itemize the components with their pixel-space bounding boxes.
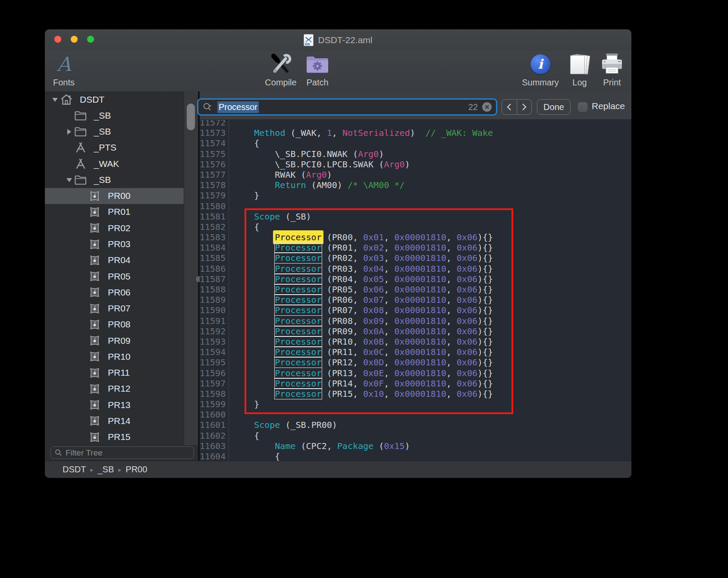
line-number: 11582 <box>200 222 228 232</box>
folder-icon-slot <box>74 110 87 121</box>
disclosure-slot[interactable] <box>64 178 74 182</box>
code-line[interactable]: 11573 Method (_WAK, 1, NotSerialized) //… <box>200 128 631 138</box>
sidebar-item-pr02-8[interactable]: PR02 <box>45 220 198 236</box>
code-line[interactable]: 11572 <box>200 120 631 128</box>
processor-icon <box>89 383 100 395</box>
sidebar-item-pr03-9[interactable]: PR03 <box>45 236 198 252</box>
sidebar-item-sb-5[interactable]: _SB <box>45 172 198 188</box>
filter-search-icon <box>55 449 62 456</box>
match-count: 22 <box>468 102 478 112</box>
disclosure-slot[interactable] <box>50 97 60 102</box>
code-line[interactable]: 11602 { <box>200 430 631 441</box>
tree-item-label: PR07 <box>108 303 131 314</box>
replace-checkbox[interactable] <box>578 102 587 112</box>
disclosure-closed-icon[interactable] <box>67 129 71 135</box>
search-field[interactable]: Processor 22 ✕ <box>197 98 497 116</box>
zoom-button[interactable] <box>87 36 94 43</box>
sidebar-item-pr13-19[interactable]: PR13 <box>45 397 198 413</box>
code-line[interactable]: 11601 Scope (_SB.PR00) <box>200 420 631 430</box>
tree-item-label: _SB <box>94 110 111 121</box>
line-number: 11572 <box>200 120 228 128</box>
breadcrumb-item-sb[interactable]: _SB <box>97 465 114 474</box>
disclosure-open-icon[interactable] <box>66 178 72 182</box>
tree-item-label: PR04 <box>108 255 131 265</box>
sidebar-scrollbar-thumb[interactable] <box>187 104 195 130</box>
code-line[interactable]: 11579 } <box>200 190 631 201</box>
filter-tree-input[interactable]: Filter Tree <box>50 446 194 459</box>
line-number: 11574 <box>200 138 228 148</box>
sidebar-item-pr04-10[interactable]: PR04 <box>45 252 198 268</box>
log-button[interactable]: Log <box>569 52 590 88</box>
sidebar-item-dsdt-0[interactable]: DSDT <box>45 91 189 107</box>
filter-placeholder: Filter Tree <box>66 448 103 458</box>
minimize-button[interactable] <box>71 36 78 43</box>
code-line[interactable]: 11575 \_SB.PCI0.NWAK (Arg0) <box>200 149 631 159</box>
sidebar-item-pr09-15[interactable]: PR09 <box>45 333 198 349</box>
sidebar-item-pr15-21[interactable]: PR15 <box>45 429 198 445</box>
sidebar-item-pr14-20[interactable]: PR14 <box>45 413 198 429</box>
breadcrumb-item-pr00[interactable]: PR00 <box>126 465 147 474</box>
annotation-red-box <box>245 208 513 414</box>
sidebar-item-pr00-6[interactable]: PR00 <box>45 188 198 204</box>
code-line-text: { <box>228 451 280 461</box>
processor-icon <box>89 206 100 218</box>
processor-icon <box>89 254 100 266</box>
disclosure-slot[interactable] <box>64 129 74 135</box>
line-number: 11593 <box>200 336 228 347</box>
sidebar-item-pr12-18[interactable]: PR12 <box>45 381 198 397</box>
sidebar-item-pts-3[interactable]: _PTS <box>45 140 198 156</box>
sidebar-item-pr01-7[interactable]: PR01 <box>45 204 198 220</box>
code-line[interactable]: 11604 { <box>200 451 631 461</box>
sidebar-item-pr08-14[interactable]: PR08 <box>45 317 198 333</box>
sidebar-item-pr06-12[interactable]: PR06 <box>45 284 198 300</box>
tree-item-label: _WAK <box>94 159 119 169</box>
close-button[interactable] <box>54 36 61 43</box>
sidebar-item-pr07-13[interactable]: PR07 <box>45 300 198 316</box>
fonts-button[interactable]: A Fonts <box>53 52 75 88</box>
sidebar-item-wak-4[interactable]: _WAK <box>45 156 198 172</box>
find-previous-button[interactable] <box>502 100 517 114</box>
log-label: Log <box>569 78 590 88</box>
code-editor[interactable]: 1157211573 Method (_WAK, 1, NotSerialize… <box>200 120 631 461</box>
code-line[interactable]: 11574 { <box>200 138 631 148</box>
replace-label: Replace <box>592 101 625 111</box>
sidebar-scrollbar-track[interactable] <box>184 91 198 445</box>
processor-icon-slot <box>88 239 101 250</box>
compile-button[interactable]: Compile <box>265 52 296 88</box>
code-line[interactable]: 11576 \_SB.PCI0.LPCB.SWAK (Arg0) <box>200 159 631 170</box>
done-button[interactable]: Done <box>537 99 571 115</box>
find-next-button[interactable] <box>517 100 532 114</box>
patch-button[interactable]: Patch <box>305 52 329 88</box>
sidebar-item-sb-1[interactable]: _SB <box>45 107 198 123</box>
sidebar-item-pr11-17[interactable]: PR11 <box>45 365 198 381</box>
clear-search-button[interactable]: ✕ <box>482 102 492 112</box>
processor-icon-slot <box>88 319 101 330</box>
sidebar-item-pr10-16[interactable]: PR10 <box>45 349 198 364</box>
search-query[interactable]: Processor <box>217 101 259 113</box>
tree-item-label: PR14 <box>108 416 131 426</box>
folder-icon <box>74 126 87 137</box>
line-number: 11599 <box>200 399 228 409</box>
processor-icon-slot <box>88 415 101 427</box>
code-line[interactable]: 11578 Return (AM00) /* \AM00 */ <box>200 180 631 190</box>
tree-item-label: _SB <box>94 126 111 137</box>
patch-label: Patch <box>305 78 329 88</box>
sidebar: DSDT_SB_SB_PTS_WAK_SBPR00PR01PR02PR03PR0… <box>45 91 198 461</box>
processor-icon <box>89 367 100 379</box>
sidebar-item-sb-2[interactable]: _SB <box>45 124 198 140</box>
breadcrumb-item-dsdt[interactable]: DSDT <box>63 465 86 474</box>
tree-item-label: PR09 <box>108 336 131 346</box>
search-scope-menu[interactable] <box>203 102 214 112</box>
processor-icon <box>89 239 100 250</box>
summary-button[interactable]: i Summary <box>522 52 559 88</box>
processor-icon <box>89 399 100 411</box>
home-icon <box>60 94 73 105</box>
disclosure-open-icon[interactable] <box>52 97 58 102</box>
sidebar-item-pr05-11[interactable]: PR05 <box>45 268 198 284</box>
processor-icon-slot <box>88 335 101 346</box>
code-line[interactable]: 11603 Name (CPC2, Package (0x15) <box>200 441 631 451</box>
compile-tools-icon <box>269 53 292 76</box>
folder-icon-slot <box>74 126 87 137</box>
code-line[interactable]: 11577 RWAK (Arg0) <box>200 170 631 180</box>
print-button[interactable]: Print <box>601 52 623 88</box>
